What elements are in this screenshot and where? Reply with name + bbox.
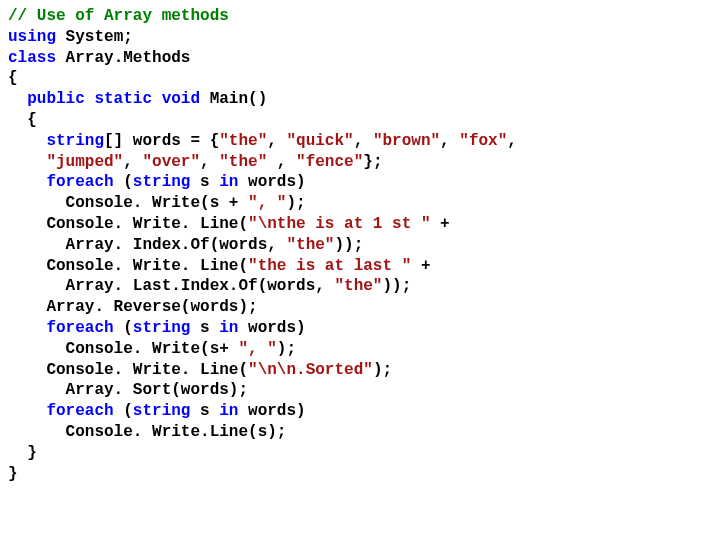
txt: words) [238,319,305,337]
kw-in: in [219,319,238,337]
txt: s [190,402,219,420]
method-sig: Main() [200,90,267,108]
txt: words) [238,173,305,191]
str: "fence" [296,153,363,171]
kw-modifiers: public static void [27,90,200,108]
kw-string: string [133,402,191,420]
txt: ( [114,173,133,191]
str: "jumped" [46,153,123,171]
txt: Array. Last.Index.Of(words, [8,277,334,295]
txt: words) [238,402,305,420]
brace: { [8,111,37,129]
str: "\n\n.Sorted" [248,361,373,379]
txt: Console. Write. Line( [8,215,248,233]
txt: Console. Write(s + [8,194,248,212]
txt: }; [363,153,382,171]
txt: ); [373,361,392,379]
sp [8,90,27,108]
kw-foreach: foreach [46,402,113,420]
str: "the" [334,277,382,295]
sp [8,132,46,150]
str: "the" [219,132,267,150]
kw-string: string [46,132,104,150]
txt: + [411,257,430,275]
txt: , [354,132,373,150]
txt: )); [382,277,411,295]
str: ", " [248,194,286,212]
txt: , [200,153,219,171]
brace: } [8,465,18,483]
txt: ( [114,319,133,337]
comment-line: // Use of Array methods [8,7,229,25]
txt: Console. Write. Line( [8,361,248,379]
txt: ); [286,194,305,212]
txt: , [440,132,459,150]
str: "\nthe is at 1 st " [248,215,430,233]
code-block: // Use of Array methods using System; cl… [0,0,720,490]
txt: Array. Index.Of(words, [8,236,286,254]
str: "over" [142,153,200,171]
txt: [] words = { [104,132,219,150]
kw-in: in [219,173,238,191]
txt: Array. Sort(words); [8,381,248,399]
kw-using: using [8,28,56,46]
brace: { [8,69,18,87]
txt: Console. Write(s+ [8,340,238,358]
kw-string: string [133,173,191,191]
str: ", " [238,340,276,358]
txt: + [430,215,449,233]
sp [8,319,46,337]
kw-string: string [133,319,191,337]
str: "brown" [373,132,440,150]
txt: s [190,173,219,191]
str: "the is at last " [248,257,411,275]
sp [8,153,46,171]
brace: } [8,444,37,462]
txt: System; [56,28,133,46]
txt: , [267,153,296,171]
kw-in: in [219,402,238,420]
txt: s [190,319,219,337]
class-name: Array.Methods [56,49,190,67]
txt: Console. Write.Line(s); [8,423,286,441]
txt: Console. Write. Line( [8,257,248,275]
kw-class: class [8,49,56,67]
txt: , [267,132,286,150]
txt: ( [114,402,133,420]
sp [8,173,46,191]
str: "fox" [459,132,507,150]
txt: , [123,153,142,171]
txt: , [507,132,517,150]
str: "quick" [286,132,353,150]
txt: )); [334,236,363,254]
str: "the" [219,153,267,171]
txt: ); [277,340,296,358]
str: "the" [286,236,334,254]
sp [8,402,46,420]
kw-foreach: foreach [46,173,113,191]
txt: Array. Reverse(words); [8,298,258,316]
kw-foreach: foreach [46,319,113,337]
